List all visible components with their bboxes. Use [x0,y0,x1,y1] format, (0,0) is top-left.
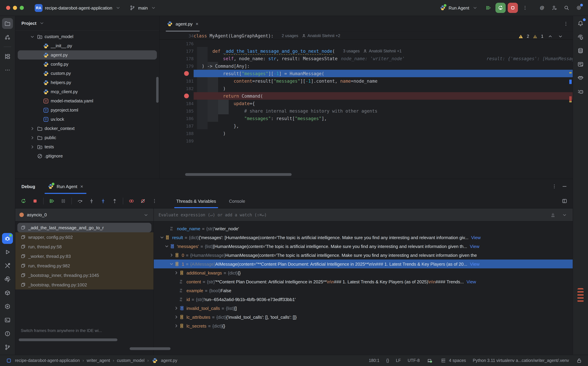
frame--bootstrap-inner[interactable]: _bootstrap_inner, threading.py:1045 [15,270,154,280]
usages-hint[interactable]: 3 usages [343,49,359,53]
variable-lc_secrets[interactable]: lc_secrets={dict} {} [154,321,573,330]
tool-debug-button[interactable] [2,233,13,244]
tree-item-tests[interactable]: tests [18,142,157,151]
variable-0[interactable]: 0={HumanMessage} HumanMessage(content='T… [154,251,573,259]
debug-view-tab-console[interactable]: Console [227,194,247,208]
run-config-widget[interactable]: Run Agent [437,3,481,13]
variable-result[interactable]: result={dict} {'messages': [HumanMessage… [154,233,573,242]
read-write-lock-widget[interactable] [576,357,583,364]
breadcrumb-item[interactable]: recipe-datarobot-agent-application [15,358,80,363]
evaluate-expression-bar[interactable]: Evaluate expression (↵) or add a watch (… [154,208,573,221]
gutter-line-186[interactable]: 186 [160,115,193,122]
code-text[interactable]: ) -> Command[Any]: [193,62,573,70]
tree-item-public[interactable]: public [18,133,157,142]
tool-more-button[interactable] [2,65,13,76]
tree-item-agent-py[interactable]: agent.py [18,50,157,60]
chevron-right-icon[interactable] [30,144,35,150]
chevron-down-icon[interactable] [30,34,35,39]
code-text[interactable] [193,137,573,145]
code-text[interactable]: update={ [193,100,573,107]
variable-example[interactable]: 1001example={bool} False [154,286,573,295]
frame--add-the-last-message-and-go-to-r[interactable]: _add_the_last_message_and_go_to_r [17,223,151,232]
editor-options-kebab-icon[interactable] [563,20,569,27]
tool-services-button[interactable] [2,301,13,312]
project-tree-scrollbar[interactable] [156,77,159,103]
tool-project-button[interactable] [2,18,13,29]
code-text[interactable]: ) [193,130,573,137]
editor-tab-agent-py[interactable]: agent.py × [163,16,202,32]
code-text[interactable]: def _add_the_last_message_and_go_to_next… [193,47,573,55]
code-with-me-button[interactable] [549,3,559,13]
settings-button[interactable] [574,3,584,13]
variable-content[interactable]: 1001content={str} '**Content Plan Docume… [154,277,573,286]
tool-terminal-button[interactable] [2,315,13,326]
chevron-down-icon[interactable] [164,244,170,249]
step-into-blue-button[interactable] [100,198,107,205]
chevron-right-icon[interactable] [169,252,174,258]
project-panel-header[interactable]: Project [15,16,159,30]
tree-item-helpers-py[interactable]: helpers.py [18,78,157,87]
code-style-widget[interactable]: {} [386,358,389,363]
gutter-line-183[interactable] [160,92,193,100]
gutter-line-184[interactable]: 184 [160,100,193,107]
chevron-right-icon[interactable] [174,305,179,311]
resume-program-button[interactable] [483,3,493,13]
gutter-line-188[interactable]: 188 [160,130,193,137]
resume-button[interactable] [48,198,55,205]
rerun-button[interactable] [20,198,27,205]
tree-item-custom-model[interactable]: custom_model [18,32,157,41]
gutter-line-185[interactable]: 185 [160,107,193,115]
code-text[interactable]: "messages": result["messages"], [193,115,573,122]
interpreter-widget[interactable]: Python 3.11 virtualenv a...cation/writer… [473,358,569,363]
frame-run[interactable]: run, threading.py:982 [15,261,154,270]
stop-filled-button[interactable] [32,198,39,205]
editor-horizontal-scrollbar[interactable] [185,173,292,176]
hide-panel-icon[interactable] [561,183,568,190]
tree-item-model-metadata-yaml[interactable]: Ymodel-metadata.yaml [18,96,157,106]
gutter-line-179[interactable]: 179 [160,62,193,70]
code-text[interactable]: content=result["messages"][-1].content, … [193,77,573,85]
project-widget[interactable]: RA recipe-datarobot-agent-application [32,3,124,13]
breadcrumb-file[interactable]: agent.py [161,358,177,363]
code-text[interactable]: class MyAgent(LangGraphAgent):2 usagesAn… [193,32,573,39]
breadcrumb-item[interactable]: custom_model [117,358,145,363]
tree-item--init-py[interactable]: __init__.py [18,41,157,50]
tool-ai-assistant-button[interactable] [575,32,586,43]
tree-item-pyproject-toml[interactable]: Tpyproject.toml [18,106,157,115]
gutter-line-34[interactable]: 34 [160,32,193,39]
code-text[interactable]: ) [193,85,573,92]
chevron-down-icon[interactable] [561,211,568,218]
view-link[interactable]: View [470,261,480,267]
breadcrumb-item[interactable]: writer_agent [87,358,110,363]
tree-item-custom-py[interactable]: custom.py [18,69,157,78]
step-out-button[interactable] [111,198,118,205]
indentation-widget[interactable]: 4 spaces [440,357,466,364]
frames-scrollbar[interactable] [19,338,117,341]
gutter-line-176[interactable]: 176 [160,40,193,47]
frame-wrapper[interactable]: wrapper, config.py:602 [15,232,154,242]
variable-id[interactable]: 1001id={str} 'run--654a2a6d-9b1b-4bfb-90… [154,295,573,304]
breakpoint-dot[interactable] [184,93,189,98]
tool-gpt-button[interactable] [575,72,586,83]
chevron-down-icon[interactable] [169,261,174,267]
more-actions-button[interactable] [520,3,530,13]
tool-documentation-button[interactable] [575,59,586,70]
tool-python-packages-button[interactable] [2,287,13,298]
code-text[interactable]: return Command( [193,92,573,100]
pause-button[interactable] [60,198,67,205]
tool-database-button[interactable] [575,45,586,56]
caret-position-widget[interactable]: 180:1 [369,358,379,363]
close-tab-button[interactable]: × [195,21,199,27]
debug-options-kebab-icon[interactable] [551,183,558,190]
tool-junie-button[interactable] [575,86,586,97]
chevron-down-icon[interactable] [159,235,165,240]
tree-item-uv-lock[interactable]: Tuv.lock [18,115,157,124]
chevron-right-icon[interactable] [174,323,179,328]
variable-node_name[interactable]: 1001node_name={str} 'writer_node' [154,224,573,233]
tool-commit-button[interactable] [2,32,13,43]
variable-messages[interactable]: 'messages'={list} [HumanMessage(content=… [154,242,573,251]
breakpoint-dot[interactable] [184,71,189,76]
layout-settings-button[interactable] [561,198,568,205]
tree-item-config-py[interactable]: config.py [18,60,157,69]
tool-build-button[interactable] [2,260,13,271]
